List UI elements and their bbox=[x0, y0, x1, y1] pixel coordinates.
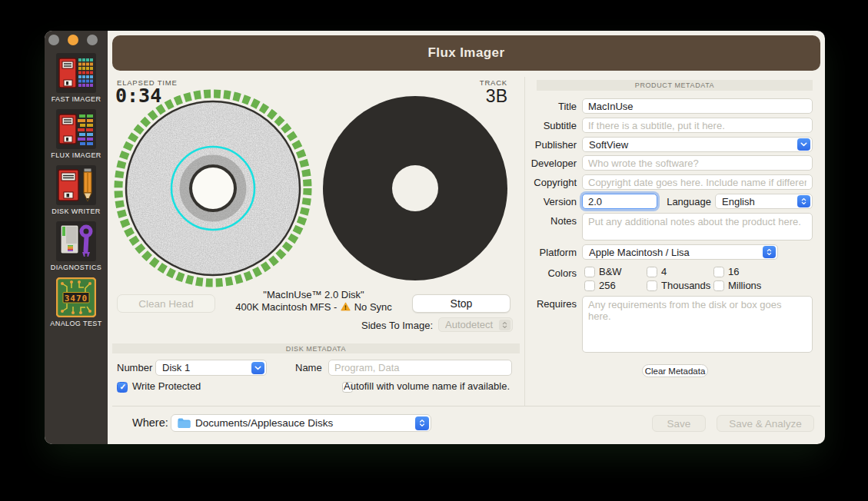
colors-label: Colors bbox=[460, 267, 577, 279]
desktop: FAST IMAGER bbox=[0, 0, 868, 501]
stepper-icon bbox=[763, 246, 776, 258]
notes-label: Notes bbox=[460, 215, 577, 227]
sidebar-item-flux-imager[interactable]: FLUX IMAGER bbox=[45, 109, 108, 159]
colors-bw-checkbox[interactable] bbox=[584, 267, 595, 277]
colors-option-label: 16 bbox=[728, 266, 739, 277]
disk-info: "MacInUse™ 2.0 Disk" 400K Macintosh MFS … bbox=[220, 289, 407, 313]
developer-label: Developer bbox=[460, 158, 577, 169]
requires-label: Requires bbox=[460, 298, 577, 310]
colors-option-label: Millions bbox=[728, 280, 761, 291]
platform-select[interactable]: Apple Macintosh / Lisa bbox=[582, 244, 778, 260]
where-label: Where: bbox=[132, 416, 168, 429]
write-protected-checkbox[interactable] bbox=[117, 382, 128, 393]
platform-value: Apple Macintosh / Lisa bbox=[589, 247, 763, 258]
sidebar-label: FAST IMAGER bbox=[45, 95, 108, 103]
colors-option-label: 256 bbox=[599, 280, 616, 291]
requires-textarea[interactable] bbox=[582, 296, 813, 353]
chevron-down-icon bbox=[797, 138, 810, 151]
app-header: Flux Imager bbox=[112, 35, 820, 71]
disk-number-label: Number bbox=[117, 362, 152, 373]
title-input[interactable] bbox=[582, 98, 813, 114]
colors-millions-checkbox[interactable] bbox=[713, 280, 724, 291]
folder-icon bbox=[178, 418, 191, 428]
notes-textarea[interactable] bbox=[582, 213, 813, 241]
where-select[interactable]: Documents/Applesauce Disks bbox=[171, 414, 431, 432]
disk-warning: No Sync bbox=[354, 301, 392, 313]
disk-number-value: Disk 1 bbox=[162, 362, 251, 373]
write-protected-label: Write Protected bbox=[132, 380, 201, 392]
diagnostics-icon bbox=[56, 221, 96, 261]
version-label: Version bbox=[460, 196, 577, 207]
stepper-icon bbox=[499, 320, 510, 330]
autofill-label: Autofill with volume name if available. bbox=[344, 380, 510, 392]
window-minimize-button[interactable] bbox=[68, 35, 78, 45]
window-close-button[interactable] bbox=[48, 35, 59, 45]
clear-metadata-button[interactable]: Clear Metadata bbox=[642, 364, 708, 377]
colors-option-label: Thousands bbox=[661, 280, 710, 291]
analog-test-display-text: 3470 bbox=[65, 294, 88, 304]
app-window: FAST IMAGER bbox=[45, 31, 825, 444]
developer-input[interactable] bbox=[582, 155, 813, 171]
sidebar-item-disk-writer[interactable]: DISK WRITER bbox=[45, 165, 108, 215]
language-select[interactable]: English bbox=[715, 194, 813, 209]
disk-name-input[interactable] bbox=[328, 360, 512, 376]
flux-disk-visualization bbox=[113, 88, 313, 288]
copyright-input[interactable] bbox=[582, 174, 813, 190]
window-zoom-button[interactable] bbox=[87, 35, 98, 45]
sidebar-item-diagnostics[interactable]: DIAGNOSTICS bbox=[45, 221, 108, 271]
publisher-select[interactable]: SoftView bbox=[582, 137, 813, 152]
sidebar-label: DIAGNOSTICS bbox=[45, 264, 108, 271]
colors-thousands-checkbox[interactable] bbox=[647, 280, 657, 291]
colors-option-label: B&W bbox=[599, 266, 622, 277]
sidebar: FAST IMAGER bbox=[45, 31, 108, 444]
sidebar-label: ANALOG TEST bbox=[45, 320, 108, 327]
copyright-label: Copyright bbox=[460, 177, 577, 188]
subtitle-label: Subtitle bbox=[460, 120, 577, 131]
colors-options: B&W 4 16 256 Thousands Millions bbox=[584, 266, 761, 291]
page-title: Flux Imager bbox=[428, 45, 505, 61]
disk-title: "MacInUse™ 2.0 Disk" bbox=[220, 289, 407, 301]
colors-option-label: 4 bbox=[661, 266, 667, 277]
save-analyze-button[interactable]: Save & Analyze bbox=[717, 415, 814, 432]
subtitle-input[interactable] bbox=[582, 118, 813, 133]
product-metadata-header: PRODUCT METADATA bbox=[537, 80, 813, 91]
stepper-icon bbox=[797, 195, 810, 207]
where-value: Documents/Applesauce Disks bbox=[195, 417, 411, 429]
fast-imager-icon bbox=[56, 53, 96, 93]
publisher-value: SoftView bbox=[589, 139, 797, 151]
colors-256-checkbox[interactable] bbox=[584, 280, 595, 291]
colors-4-checkbox[interactable] bbox=[647, 267, 657, 277]
language-value: English bbox=[722, 196, 797, 207]
sides-to-image-label: Sides To Image: bbox=[298, 320, 433, 331]
disk-format: 400K Macintosh MFS - bbox=[235, 301, 337, 313]
chevron-down-icon bbox=[251, 362, 264, 374]
language-label: Language bbox=[629, 196, 711, 207]
disk-number-select[interactable]: Disk 1 bbox=[155, 360, 267, 376]
disk-writer-icon bbox=[56, 165, 96, 205]
sidebar-item-analog-test[interactable]: 3470 ANALOG TEST bbox=[45, 277, 108, 327]
flux-imager-icon bbox=[56, 109, 96, 149]
clean-head-button[interactable]: Clean Head bbox=[117, 294, 215, 313]
sides-to-image-value: Autodetect bbox=[445, 319, 499, 330]
colors-16-checkbox[interactable] bbox=[713, 267, 724, 277]
bottom-divider bbox=[112, 406, 820, 406]
sidebar-item-fast-imager[interactable]: FAST IMAGER bbox=[45, 53, 108, 103]
save-button[interactable]: Save bbox=[652, 415, 706, 432]
sides-to-image-select[interactable]: Autodetect bbox=[438, 317, 513, 332]
warning-icon bbox=[341, 302, 351, 311]
disk-name-label: Name bbox=[295, 362, 322, 373]
sidebar-label: DISK WRITER bbox=[45, 207, 108, 215]
sidebar-label: FLUX IMAGER bbox=[45, 151, 108, 159]
title-label: Title bbox=[460, 101, 577, 112]
platform-label: Platform bbox=[460, 247, 577, 258]
disk-metadata-header: DISK METADATA bbox=[112, 343, 520, 353]
publisher-label: Publisher bbox=[460, 139, 577, 151]
analog-test-icon: 3470 bbox=[56, 277, 96, 317]
stepper-icon bbox=[415, 416, 429, 430]
disk-format-line: 400K Macintosh MFS - No Sync bbox=[220, 301, 407, 314]
